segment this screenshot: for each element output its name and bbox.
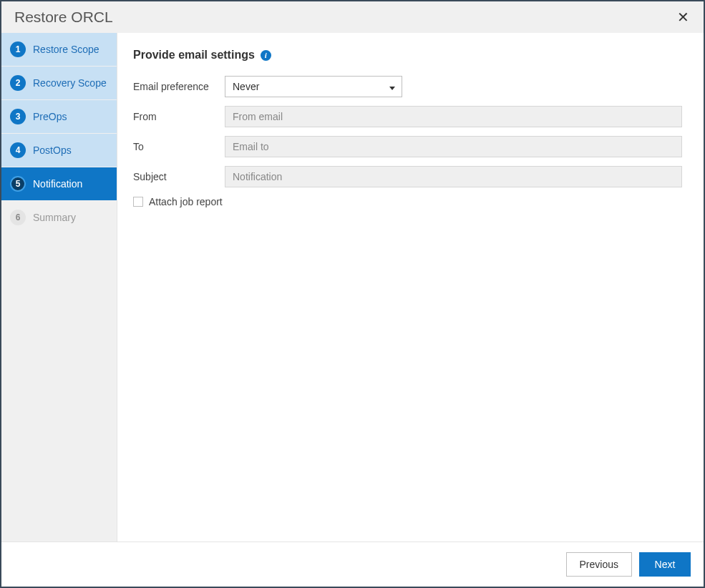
from-input bbox=[225, 106, 682, 127]
sidebar-item-restore-scope[interactable]: 1 Restore Scope bbox=[1, 33, 117, 67]
section-heading: Provide email settings bbox=[133, 49, 255, 62]
sidebar-item-notification[interactable]: 5 Notification bbox=[1, 167, 117, 201]
row-to: To bbox=[133, 136, 682, 157]
label-email-preference: Email preference bbox=[133, 81, 225, 92]
subject-input bbox=[225, 166, 682, 187]
email-preference-select[interactable]: Never bbox=[225, 76, 402, 97]
restore-dialog: Restore ORCL ✕ 1 Restore Scope 2 Recover… bbox=[0, 0, 705, 588]
dialog-title: Restore ORCL bbox=[14, 9, 113, 26]
step-badge: 3 bbox=[10, 109, 26, 124]
sidebar-item-label: PreOps bbox=[33, 111, 67, 122]
sidebar-item-label: Summary bbox=[33, 212, 76, 223]
attach-report-label: Attach job report bbox=[149, 196, 223, 207]
close-icon[interactable]: ✕ bbox=[674, 10, 692, 24]
titlebar: Restore ORCL ✕ bbox=[1, 1, 704, 33]
section-title-row: Provide email settings i bbox=[133, 49, 682, 62]
dialog-footer: Previous Next bbox=[1, 542, 704, 587]
main-panel: Provide email settings i Email preferenc… bbox=[117, 33, 704, 542]
sidebar-item-label: PostOps bbox=[33, 144, 72, 156]
row-attach-report[interactable]: Attach job report bbox=[133, 196, 682, 207]
sidebar-item-preops[interactable]: 3 PreOps bbox=[1, 100, 117, 134]
row-from: From bbox=[133, 106, 682, 127]
previous-button[interactable]: Previous bbox=[566, 552, 632, 577]
step-badge: 4 bbox=[10, 142, 26, 158]
step-badge: 2 bbox=[10, 75, 26, 91]
label-subject: Subject bbox=[133, 171, 225, 182]
label-from: From bbox=[133, 111, 225, 122]
step-badge: 6 bbox=[10, 210, 26, 225]
step-badge: 1 bbox=[10, 41, 26, 57]
dialog-body: 1 Restore Scope 2 Recovery Scope 3 PreOp… bbox=[1, 33, 704, 542]
label-to: To bbox=[133, 141, 225, 152]
email-preference-value[interactable]: Never bbox=[225, 76, 402, 97]
row-subject: Subject bbox=[133, 166, 682, 187]
step-badge: 5 bbox=[10, 176, 26, 192]
wizard-sidebar: 1 Restore Scope 2 Recovery Scope 3 PreOp… bbox=[1, 33, 117, 542]
sidebar-item-summary: 6 Summary bbox=[1, 201, 117, 235]
row-email-preference: Email preference Never bbox=[133, 76, 682, 97]
attach-report-checkbox[interactable] bbox=[133, 197, 143, 207]
to-input bbox=[225, 136, 682, 157]
info-icon[interactable]: i bbox=[261, 50, 271, 61]
sidebar-item-recovery-scope[interactable]: 2 Recovery Scope bbox=[1, 67, 117, 100]
sidebar-item-label: Notification bbox=[33, 178, 82, 190]
sidebar-item-label: Recovery Scope bbox=[33, 77, 107, 89]
next-button[interactable]: Next bbox=[639, 552, 691, 577]
sidebar-item-postops[interactable]: 4 PostOps bbox=[1, 134, 117, 167]
sidebar-item-label: Restore Scope bbox=[33, 44, 99, 55]
